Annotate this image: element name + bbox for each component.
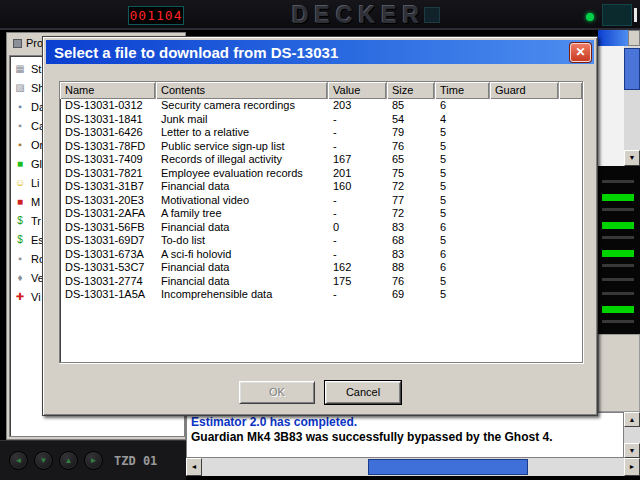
file-row[interactable]: DS-13031-1A5A Incomprehensible data - 69…	[60, 288, 582, 302]
cell-contents: Financial data	[156, 261, 328, 275]
program-icon: ▪	[14, 120, 26, 132]
file-row[interactable]: DS-13031-2774 Financial data 175 76 5	[60, 275, 582, 289]
file-row[interactable]: DS-13031-53C7 Financial data 162 88 6	[60, 261, 582, 275]
column-header[interactable]: Name	[60, 82, 156, 99]
cell-size: 54	[387, 113, 435, 127]
cell-contents: Security camera recordings	[156, 99, 328, 113]
file-list-body: DS-13031-0312 Security camera recordings…	[60, 99, 582, 302]
cell-name: DS-13031-673A	[60, 248, 156, 262]
status-chip-icon	[424, 7, 440, 23]
status-bar-dim	[602, 292, 634, 295]
cell-filler	[559, 140, 582, 154]
background-window-button[interactable]	[628, 30, 640, 46]
file-row[interactable]: DS-13031-31B7 Financial data 160 72 5	[60, 180, 582, 194]
nav-button[interactable]: ►	[84, 451, 103, 470]
cell-value: 203	[328, 99, 387, 113]
file-row[interactable]: DS-13031-56FB Financial data 0 83 6	[60, 221, 582, 235]
cell-filler	[559, 153, 582, 167]
dialog-titlebar[interactable]: Select a file to download from DS-13031 …	[46, 40, 594, 64]
column-header-label: Contents	[161, 84, 205, 96]
message-scroll-down-icon[interactable]: ▼	[624, 443, 640, 458]
nav-arrow-icon: ▲	[65, 456, 73, 465]
bottom-scrollbar[interactable]: ◄ ►	[186, 458, 640, 476]
nav-button[interactable]: ▲	[59, 451, 78, 470]
cell-size: 85	[387, 99, 435, 113]
status-tick	[634, 8, 637, 22]
file-download-dialog: Select a file to download from DS-13031 …	[42, 36, 598, 416]
column-header[interactable]: Size	[387, 82, 435, 99]
cell-filler	[559, 234, 582, 248]
column-header[interactable]: Value	[328, 82, 387, 99]
file-row[interactable]: DS-13031-2AFA A family tree - 72 5	[60, 207, 582, 221]
file-row[interactable]: DS-13031-20E3 Motivational video - 77 5	[60, 194, 582, 208]
cell-value: 0	[328, 221, 387, 235]
message-list: Estimator 2.0 has completed.Guardian Mk4…	[191, 415, 619, 445]
bottom-scrollbar-thumb[interactable]	[368, 459, 528, 475]
message-scroll-up-icon[interactable]: ▲	[624, 412, 640, 427]
top-status-bar: 001104 DECKER	[0, 0, 640, 30]
status-bar-green	[602, 306, 634, 313]
cell-name: DS-13031-7409	[60, 153, 156, 167]
right-scrollbar-thumb[interactable]	[624, 48, 640, 90]
cell-contents: Junk mail	[156, 113, 328, 127]
cell-size: 88	[387, 261, 435, 275]
cell-guard	[490, 221, 559, 235]
cell-contents: Financial data	[156, 221, 328, 235]
program-icon: $	[14, 234, 26, 246]
cell-value: -	[328, 207, 387, 221]
cell-time: 6	[435, 261, 490, 275]
scroll-left-icon[interactable]: ◄	[186, 458, 202, 476]
cell-name: DS-13031-78FD	[60, 140, 156, 154]
program-icon: ▪	[14, 253, 26, 265]
file-row[interactable]: DS-13031-69D7 To-do list - 68 5	[60, 234, 582, 248]
ok-button[interactable]: OK	[239, 381, 315, 404]
file-row[interactable]: DS-13031-1841 Junk mail - 54 4	[60, 113, 582, 127]
cell-size: 69	[387, 288, 435, 302]
status-bar-dim	[602, 320, 634, 323]
file-row[interactable]: DS-13031-673A A sci-fi holovid - 83 6	[60, 248, 582, 262]
column-header[interactable]: Contents	[156, 82, 328, 99]
cell-time: 5	[435, 234, 490, 248]
cell-size: 75	[387, 167, 435, 181]
cell-filler	[559, 99, 582, 113]
cell-filler	[559, 167, 582, 181]
scroll-right-icon[interactable]: ►	[624, 458, 640, 476]
cell-guard	[490, 167, 559, 181]
cell-time: 5	[435, 153, 490, 167]
column-header-label: Guard	[495, 84, 526, 96]
status-bar-dim	[602, 208, 634, 211]
cell-contents: Motivational video	[156, 194, 328, 208]
cell-name: DS-13031-6426	[60, 126, 156, 140]
file-row[interactable]: DS-13031-7821 Employee evaluation record…	[60, 167, 582, 181]
cell-size: 76	[387, 275, 435, 289]
right-scrollbar-down-arrow-icon[interactable]: ▼	[624, 150, 640, 166]
file-row[interactable]: DS-13031-0312 Security camera recordings…	[60, 99, 582, 113]
column-header[interactable]: Time	[435, 82, 490, 99]
file-row[interactable]: DS-13031-7409 Records of illegal activit…	[60, 153, 582, 167]
cell-filler	[559, 126, 582, 140]
program-icon: ▨	[14, 82, 26, 94]
nav-button[interactable]: ◄	[9, 451, 28, 470]
cell-contents: Employee evaluation records	[156, 167, 328, 181]
cell-name: DS-13031-31B7	[60, 180, 156, 194]
close-button[interactable]: ✕	[570, 43, 591, 62]
cell-size: 83	[387, 248, 435, 262]
cell-time: 5	[435, 275, 490, 289]
cell-time: 6	[435, 248, 490, 262]
program-icon: $	[14, 215, 26, 227]
cell-contents: A sci-fi holovid	[156, 248, 328, 262]
program-icon: ♦	[14, 272, 26, 284]
nav-button[interactable]: ▼	[34, 451, 53, 470]
file-row[interactable]: DS-13031-78FD Public service sign-up lis…	[60, 140, 582, 154]
column-header-label: Time	[440, 84, 464, 96]
column-header[interactable]: Guard	[490, 82, 559, 99]
cell-value: -	[328, 113, 387, 127]
cell-value: -	[328, 248, 387, 262]
file-row[interactable]: DS-13031-6426 Letter to a relative - 79 …	[60, 126, 582, 140]
deck-label: TZD 01	[114, 454, 157, 468]
cell-value: -	[328, 288, 387, 302]
cancel-button[interactable]: Cancel	[325, 381, 401, 404]
cell-guard	[490, 99, 559, 113]
cell-name: DS-13031-69D7	[60, 234, 156, 248]
message-scrollbar[interactable]: ▲ ▼	[624, 412, 640, 458]
